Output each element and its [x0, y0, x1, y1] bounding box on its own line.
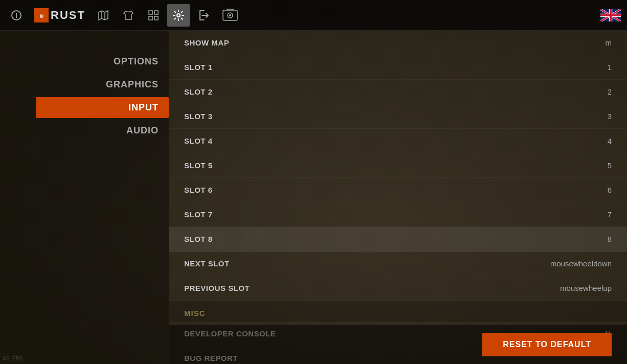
settings-icon[interactable]	[167, 4, 190, 27]
svg-rect-7	[154, 11, 158, 14]
settings-row-slot2[interactable]: SLOT 2 2	[169, 80, 627, 104]
setting-label-slot4: SLOT 4	[184, 136, 530, 145]
setting-value-slot4: 4	[530, 136, 612, 145]
exit-icon[interactable]	[192, 4, 215, 27]
top-bar-right	[599, 8, 622, 23]
rust-logo-text: RUST	[51, 9, 85, 22]
setting-value-slot5: 5	[530, 161, 612, 170]
misc-section-header: MISC	[169, 301, 627, 322]
setting-label-show-map: SHOW MAP	[184, 38, 530, 47]
map-icon[interactable]	[92, 4, 115, 27]
language-flag[interactable]	[599, 8, 622, 23]
reset-to-default-button[interactable]: RESET TO DEFAULT	[482, 333, 612, 356]
setting-label-slot7: SLOT 7	[184, 210, 530, 219]
svg-text:⚙: ⚙	[39, 14, 43, 19]
crafting-icon[interactable]	[142, 4, 165, 27]
setting-value-slot2: 2	[530, 87, 612, 96]
steam-screenshot-icon[interactable]	[220, 5, 240, 26]
settings-row-previous-slot[interactable]: PREVIOUS SLOT mousewheelup	[169, 276, 627, 301]
settings-row-slot4[interactable]: SLOT 4 4	[169, 129, 627, 153]
setting-value-slot6: 6	[530, 186, 612, 194]
setting-label-slot6: SLOT 6	[184, 186, 530, 194]
sidebar-item-input[interactable]: INPUT	[36, 97, 169, 118]
settings-row-show-map[interactable]: SHOW MAP m	[169, 31, 627, 55]
bottom-bar: RESET TO DEFAULT	[169, 325, 627, 364]
settings-row-slot1[interactable]: SLOT 1 1	[169, 55, 627, 80]
settings-row-slot7[interactable]: SLOT 7 7	[169, 202, 627, 227]
svg-rect-8	[149, 16, 152, 20]
settings-panel[interactable]: SHOW MAP m SLOT 1 1 SLOT 2 2 SLOT 3 3 SL…	[169, 31, 627, 364]
top-navigation-bar: i ⚙ RUST	[0, 0, 627, 31]
rust-logo[interactable]: ⚙ RUST	[30, 8, 89, 22]
setting-value-slot3: 3	[530, 112, 612, 121]
sidebar: OPTIONS GRAPHICS INPUT AUDIO	[0, 31, 169, 364]
settings-row-slot6[interactable]: SLOT 6 6	[169, 178, 627, 202]
settings-row-slot8[interactable]: SLOT 8 8	[169, 227, 627, 252]
setting-value-show-map: m	[530, 38, 612, 47]
setting-value-previous-slot: mousewheelup	[530, 284, 612, 292]
settings-row-slot5[interactable]: SLOT 5 5	[169, 153, 627, 178]
svg-point-10	[177, 14, 180, 17]
sidebar-item-options[interactable]: OPTIONS	[36, 51, 169, 72]
sidebar-item-graphics[interactable]: GRAPHICS	[36, 74, 169, 95]
setting-label-slot1: SLOT 1	[184, 63, 530, 72]
setting-label-next-slot: NEXT SLOT	[184, 259, 530, 268]
sidebar-item-audio[interactable]: AUDIO	[36, 120, 169, 141]
footer-text: AS_ERS	[3, 356, 23, 361]
setting-label-slot8: SLOT 8	[184, 235, 530, 243]
setting-value-slot8: 8	[530, 235, 612, 243]
svg-point-13	[229, 14, 231, 16]
info-icon[interactable]: i	[5, 4, 28, 27]
svg-text:i: i	[15, 12, 17, 19]
setting-label-slot5: SLOT 5	[184, 161, 530, 170]
clothing-icon[interactable]	[117, 4, 140, 27]
setting-label-slot3: SLOT 3	[184, 112, 530, 121]
setting-value-slot7: 7	[530, 210, 612, 219]
svg-rect-6	[149, 11, 152, 14]
top-bar-left: i ⚙ RUST	[5, 4, 215, 27]
settings-row-slot3[interactable]: SLOT 3 3	[169, 104, 627, 129]
setting-label-slot2: SLOT 2	[184, 87, 530, 96]
setting-label-previous-slot: PREVIOUS SLOT	[184, 284, 530, 292]
settings-row-next-slot[interactable]: NEXT SLOT mousewheeldown	[169, 252, 627, 276]
rust-logo-box: ⚙	[34, 8, 49, 22]
main-content: OPTIONS GRAPHICS INPUT AUDIO SHOW MAP m …	[0, 31, 627, 364]
svg-rect-9	[154, 16, 158, 20]
setting-value-slot1: 1	[530, 63, 612, 72]
setting-value-next-slot: mousewheeldown	[530, 259, 612, 268]
